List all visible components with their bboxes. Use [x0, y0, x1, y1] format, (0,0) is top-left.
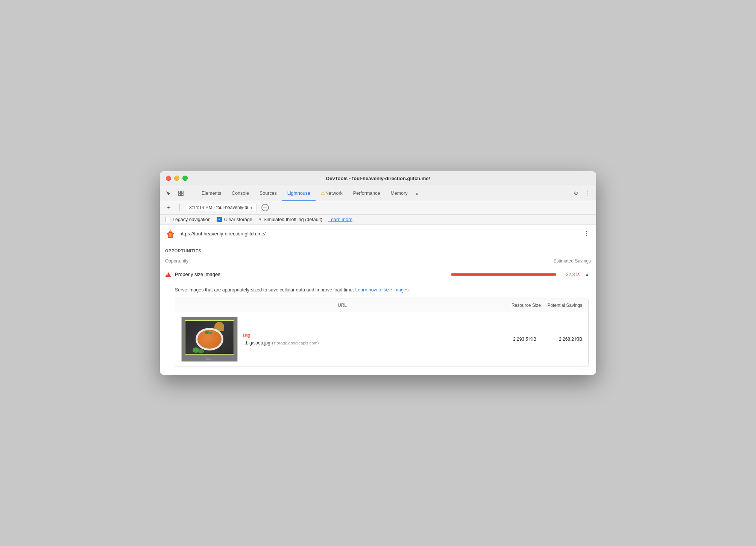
tab-sources[interactable]: Sources	[254, 186, 282, 201]
opportunity-description: Serve images that are appropriately-size…	[175, 287, 589, 294]
add-session-button[interactable]: +	[164, 203, 173, 212]
network-warning-icon: ⚠	[321, 190, 325, 196]
page-url: https://foul-heavenly-direction.glitch.m…	[179, 231, 578, 237]
settings-icon[interactable]: ⚙	[571, 188, 581, 199]
inner-table: URL Resource Size Potential Savings	[175, 299, 589, 367]
savings-bar	[451, 273, 556, 276]
legacy-nav-label: Legacy navigation	[173, 217, 211, 222]
breadcrumb-arrow-icon: ▼	[250, 206, 254, 210]
session-breadcrumb[interactable]: 3:14:14 PM - foul-heavenly-di ▼	[186, 204, 257, 211]
opportunity-row: Properly size images 22.31s ▲ Serve imag…	[160, 266, 596, 375]
url-tag: img	[242, 332, 494, 338]
opportunity-title: Properly size images	[175, 271, 447, 277]
traffic-lights	[166, 176, 188, 181]
tab-memory[interactable]: Memory	[385, 186, 413, 201]
close-button[interactable]	[166, 176, 171, 181]
tab-console[interactable]: Console	[226, 186, 254, 201]
col-savings: Estimated Savings	[554, 258, 591, 264]
lighthouse-icon	[165, 229, 176, 239]
clear-storage-label: Clear storage	[224, 217, 252, 222]
svg-rect-8	[169, 237, 172, 238]
clear-storage-option[interactable]: Clear storage	[217, 217, 252, 222]
throttling-arrow-icon: ▼	[258, 217, 262, 221]
tab-network[interactable]: ⚠ Network	[316, 186, 348, 201]
col-opportunity: Opportunity	[165, 258, 554, 264]
legacy-nav-checkbox[interactable]	[165, 217, 170, 222]
svg-rect-3	[181, 194, 183, 196]
table-header: Opportunity Estimated Savings	[160, 256, 596, 266]
maximize-button[interactable]	[182, 176, 188, 181]
tab-performance[interactable]: Performance	[348, 186, 386, 201]
svg-rect-2	[179, 194, 181, 196]
savings-bar-container: 22.31s	[451, 272, 580, 277]
tab-bar-right: ⚙ ⋮	[571, 188, 593, 199]
image-inner	[185, 320, 234, 355]
opportunity-expanded: Serve images that are appropriately-size…	[160, 283, 596, 375]
title-bar: DevTools - foul-heavenly-direction.glitc…	[160, 171, 596, 186]
window-title: DevTools - foul-heavenly-direction.glitc…	[326, 176, 430, 181]
minimize-button[interactable]	[174, 176, 179, 181]
opportunities-header: OPPORTUNITIES	[160, 243, 596, 256]
svg-rect-1	[181, 191, 183, 193]
main-content: https://foul-heavenly-direction.glitch.m…	[160, 225, 596, 375]
table-row: Soup img ...big/soop.jpg (storage.google…	[175, 312, 588, 367]
inner-table-header: URL Resource Size Potential Savings	[175, 299, 588, 312]
svg-rect-7	[170, 230, 171, 232]
cursor-icon[interactable]	[163, 188, 173, 199]
learn-size-link[interactable]: Learn how to size images	[355, 287, 408, 293]
ith-resource: Resource Size	[503, 303, 541, 308]
tab-lighthouse[interactable]: Lighthouse	[282, 186, 316, 201]
clear-storage-checkbox[interactable]	[217, 217, 222, 222]
throttling-dropdown[interactable]: ▼ Simulated throttling (default)	[258, 217, 322, 222]
throttling-label: Simulated throttling (default)	[264, 217, 322, 222]
tab-elements[interactable]: Elements	[196, 186, 226, 201]
table-cell-url: img ...big/soop.jpg (storage.googleapis.…	[242, 332, 494, 346]
svg-rect-5	[169, 232, 172, 237]
table-cell-resource: 2,293.5 KiB	[499, 337, 536, 342]
opportunity-header[interactable]: Properly size images 22.31s ▲	[160, 266, 596, 283]
secondary-toolbar: + 3:14:14 PM - foul-heavenly-di ▼ —	[160, 201, 596, 215]
tab-more-button[interactable]: »	[413, 186, 422, 201]
svg-rect-0	[179, 191, 181, 193]
tab-divider	[190, 190, 190, 197]
url-more-icon[interactable]: ⋮	[582, 229, 591, 238]
ith-url: URL	[181, 303, 503, 308]
options-bar: Legacy navigation Clear storage ▼ Simula…	[160, 215, 596, 225]
legacy-nav-option[interactable]: Legacy navigation	[165, 217, 211, 222]
savings-value: 22.31s	[561, 272, 580, 277]
toolbar-divider	[179, 204, 180, 211]
collapse-chevron-icon[interactable]: ▲	[583, 271, 591, 278]
inspect-icon[interactable]	[176, 188, 186, 199]
table-cell-potential: 2,268.2 KiB	[541, 337, 582, 342]
more-options-icon[interactable]: ⋮	[583, 188, 593, 199]
learn-more-link[interactable]: Learn more	[328, 217, 352, 222]
no-entry-icon[interactable]: —	[261, 204, 269, 211]
tab-bar: Elements Console Sources Lighthouse ⚠ Ne…	[160, 186, 596, 201]
warning-triangle-icon	[165, 272, 171, 277]
soup-image	[185, 321, 234, 354]
image-label: Soup	[182, 357, 237, 361]
image-preview: Soup	[181, 317, 238, 362]
url-domain: (storage.googleapis.com)	[272, 341, 319, 345]
tab-bar-icons	[163, 188, 192, 199]
ith-potential: Potential Savings	[541, 303, 582, 308]
breadcrumb-text: 3:14:14 PM - foul-heavenly-di	[189, 205, 248, 210]
devtools-window: DevTools - foul-heavenly-direction.glitc…	[160, 171, 596, 375]
url-bar: https://foul-heavenly-direction.glitch.m…	[160, 225, 596, 243]
url-filename: ...big/soop.jpg	[242, 340, 270, 346]
